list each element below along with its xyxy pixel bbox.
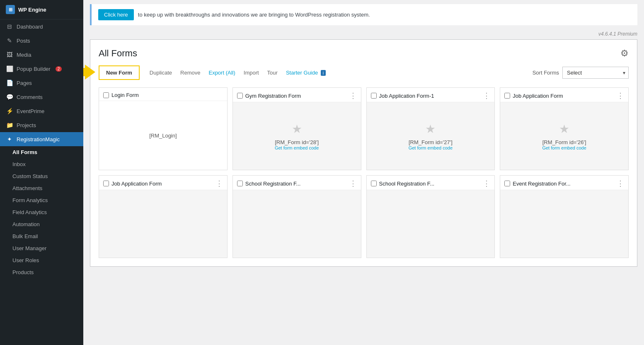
content-area: v4.6.4.1 Premium All Forms ⚙ New Form Du…: [83, 25, 644, 345]
form-card-job1: Job Application Form-1 ⋮ ★ [RM_Form id='…: [366, 87, 495, 170]
form-card-gym: Gym Registration Form ⋮ ★ [RM_Form id='2…: [232, 87, 361, 170]
sidebar-item-dashboard[interactable]: ⊟ Dashboard: [0, 19, 83, 34]
submenu-field-analytics[interactable]: Field Analytics: [0, 206, 83, 218]
form-card-header-school1: School Registration F... ⋮: [233, 176, 361, 190]
form-card-login: Login Form [RM_Login]: [99, 87, 228, 170]
submenu-user-roles[interactable]: User Roles: [0, 254, 83, 266]
submenu-products[interactable]: Products: [0, 266, 83, 278]
form-card-checkbox-job3[interactable]: [103, 181, 109, 186]
form-card-body-job2: ★ [RM_Form id='26'] Get form embed code: [500, 102, 628, 170]
popup-icon: ⬜: [6, 65, 13, 72]
new-form-button[interactable]: New Form: [99, 65, 140, 80]
form-star-job2: ★: [559, 122, 569, 136]
sidebar-item-posts[interactable]: ✎ Posts: [0, 34, 83, 48]
form-card-event: Event Registration For... ⋮: [500, 175, 629, 258]
submenu-custom-status[interactable]: Custom Status: [0, 170, 83, 182]
form-card-checkbox-school2[interactable]: [371, 181, 377, 186]
sidebar-item-pages[interactable]: 📄 Pages: [0, 76, 83, 90]
forms-grid-row1: Login Form [RM_Login] Gym Registration F…: [99, 87, 629, 170]
form-embed-link-job1[interactable]: Get form embed code: [409, 145, 453, 150]
notice-message: to keep up with breakthroughs and innova…: [138, 12, 370, 18]
starter-guide-button[interactable]: Starter Guide i: [282, 66, 330, 80]
dashboard-icon: ⊟: [6, 23, 13, 30]
form-card-header-school2: School Registration F... ⋮: [367, 176, 495, 190]
form-card-job2: Job Application Form ⋮ ★ [RM_Form id='26…: [500, 87, 629, 170]
submenu-inbox[interactable]: Inbox: [0, 158, 83, 170]
sidebar-logo[interactable]: ⊞ WP Engine: [0, 0, 83, 19]
form-card-name-school1: School Registration F...: [245, 181, 347, 187]
form-card-header-gym: Gym Registration Form ⋮: [233, 88, 361, 102]
form-card-menu-job1[interactable]: ⋮: [483, 92, 490, 99]
form-card-body-login: [RM_Login]: [99, 101, 227, 170]
notice-bar: Click here to keep up with breakthroughs…: [90, 4, 637, 25]
form-card-name-job1: Job Application Form-1: [379, 93, 481, 99]
form-card-header-event: Event Registration For... ⋮: [500, 176, 628, 190]
form-card-checkbox-job1[interactable]: [371, 93, 377, 99]
sidebar-item-label: Projects: [17, 122, 36, 128]
sidebar-item-label: Pages: [17, 80, 32, 86]
version-bar: v4.6.4.1 Premium: [90, 29, 637, 39]
sidebar-item-projects[interactable]: 📁 Projects: [0, 118, 83, 132]
projects-icon: 📁: [6, 122, 13, 128]
form-star-gym: ★: [292, 122, 302, 136]
form-card-menu-job2[interactable]: ⋮: [617, 92, 624, 99]
form-card-menu-job3[interactable]: ⋮: [215, 180, 223, 187]
settings-gear-icon[interactable]: ⚙: [620, 48, 629, 59]
export-all-button[interactable]: Export (All): [204, 66, 239, 79]
form-card-body-event: [500, 190, 628, 258]
remove-button[interactable]: Remove: [176, 66, 204, 79]
form-card-body-school2: [367, 190, 495, 258]
sort-forms-area: Sort Forms Select: [533, 67, 629, 79]
svg-marker-0: [83, 65, 95, 80]
starter-guide-label: Starter Guide: [286, 70, 318, 76]
form-card-checkbox-school1[interactable]: [237, 181, 243, 186]
form-card-checkbox-event[interactable]: [504, 181, 510, 186]
posts-icon: ✎: [6, 37, 13, 44]
form-card-menu-gym[interactable]: ⋮: [349, 92, 357, 99]
form-card-header-job1: Job Application Form-1 ⋮: [367, 88, 495, 102]
sidebar-item-label: RegistrationMagic: [17, 136, 60, 142]
sidebar: ⊞ WP Engine ⊟ Dashboard ✎ Posts 🖼 Media …: [0, 0, 83, 345]
submenu-all-forms[interactable]: All Forms: [0, 146, 83, 158]
sidebar-item-label: Dashboard: [17, 24, 43, 30]
form-card-checkbox-job2[interactable]: [504, 93, 510, 99]
main-content: Click here to keep up with breakthroughs…: [83, 0, 644, 345]
sort-forms-select[interactable]: Select: [562, 67, 629, 79]
form-card-header-job3: Job Application Form ⋮: [99, 176, 227, 190]
tour-button[interactable]: Tour: [263, 66, 282, 79]
sidebar-item-comments[interactable]: 💬 Comments: [0, 90, 83, 104]
form-card-body-job3: [99, 190, 227, 258]
form-card-menu-event[interactable]: ⋮: [617, 180, 624, 187]
sidebar-item-eventprime[interactable]: ⚡ EventPrime: [0, 104, 83, 118]
import-button[interactable]: Import: [240, 66, 263, 79]
form-card-menu-school1[interactable]: ⋮: [349, 180, 357, 187]
form-embed-link-job2[interactable]: Get form embed code: [542, 145, 586, 150]
notice-click-here-button[interactable]: Click here: [98, 9, 134, 20]
submenu-user-manager[interactable]: User Manager: [0, 242, 83, 254]
duplicate-button[interactable]: Duplicate: [145, 66, 176, 79]
form-card-checkbox-gym[interactable]: [237, 93, 243, 99]
sidebar-item-registrationmagic[interactable]: ✦ RegistrationMagic: [0, 132, 83, 146]
submenu-automation[interactable]: Automation: [0, 218, 83, 230]
form-card-menu-school2[interactable]: ⋮: [483, 180, 490, 187]
sidebar-item-media[interactable]: 🖼 Media: [0, 48, 83, 62]
version-text: v4.6.4.1 Premium: [598, 31, 637, 37]
form-shortcode-login: [RM_Login]: [149, 133, 177, 139]
form-embed-link-gym[interactable]: Get form embed code: [275, 145, 319, 150]
form-card-checkbox-login[interactable]: [103, 92, 109, 98]
sidebar-item-popup-builder[interactable]: ⬜ Popup Builder 2: [0, 62, 83, 76]
form-card-header-login: Login Form: [99, 88, 227, 101]
forms-grid-row2: Job Application Form ⋮ School Registrati…: [99, 175, 629, 258]
comments-icon: 💬: [6, 94, 13, 100]
page-title: All Forms: [99, 48, 137, 59]
submenu-attachments[interactable]: Attachments: [0, 182, 83, 194]
form-card-name-login: Login Form: [111, 92, 223, 98]
sidebar-logo-label: WP Engine: [18, 7, 46, 13]
submenu-bulk-email[interactable]: Bulk Email: [0, 230, 83, 242]
form-card-name-event: Event Registration For...: [513, 181, 614, 187]
form-card-name-job2: Job Application Form: [513, 93, 614, 99]
form-shortcode-job2: [RM_Form id='26']: [542, 139, 586, 145]
submenu-form-analytics[interactable]: Form Analytics: [0, 194, 83, 206]
media-icon: 🖼: [6, 51, 13, 58]
sidebar-item-label: Comments: [17, 94, 43, 100]
